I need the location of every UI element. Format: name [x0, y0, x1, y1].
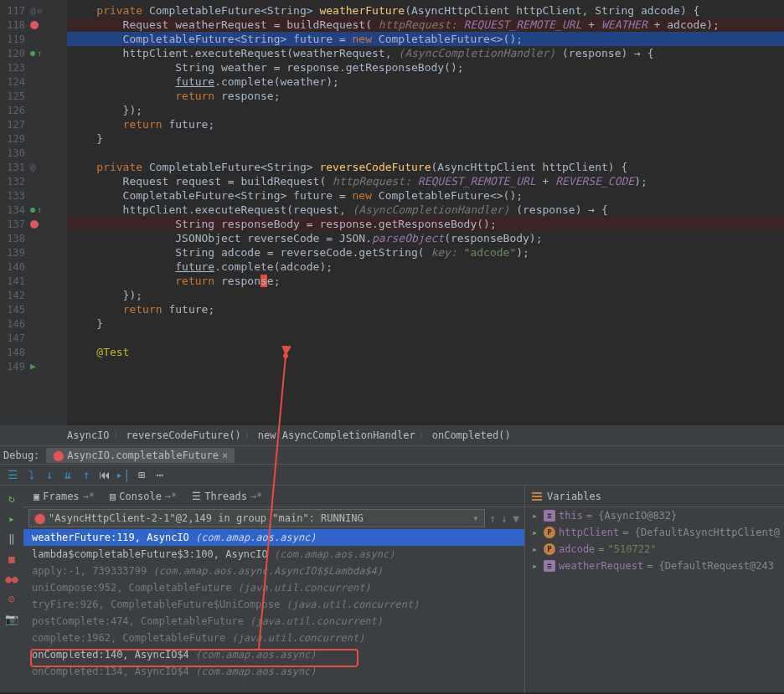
show-exec-point-icon[interactable]: ☰: [5, 467, 20, 482]
breakpoint-icon[interactable]: [30, 21, 39, 29]
override-icon: @: [30, 162, 36, 172]
threads-icon: ☰: [192, 491, 201, 502]
code-line[interactable]: httpClient.executeRequest(request, (Asyn…: [67, 203, 784, 217]
var-type-icon: ≡: [544, 560, 555, 572]
variables-panel: Variables ▸≡ this = {AsyncIO@832}▸P http…: [524, 486, 784, 692]
code-line[interactable]: private CompletableFuture<String> revers…: [67, 160, 784, 174]
stack-frame[interactable]: complete:1962, CompletableFuture (java.u…: [23, 630, 524, 646]
debug-tab[interactable]: ⬤ AsyncIO.completableFuture ×: [46, 448, 235, 463]
variable-row[interactable]: ▸P adcode = "510722": [525, 541, 784, 558]
stack-frame[interactable]: lambda$completableFuture$3:100, AsyncIO …: [23, 546, 524, 563]
resume-icon[interactable]: ▸: [4, 511, 19, 526]
breadcrumb-item[interactable]: reverseCodeFuture(): [126, 429, 241, 441]
code-line[interactable]: @Test: [67, 345, 784, 359]
code-line[interactable]: String weather = response.getResponseBod…: [67, 60, 784, 75]
code-line[interactable]: String responseBody = response.getRespon…: [67, 217, 784, 231]
fold-icon[interactable]: ⊟: [38, 7, 42, 15]
stack-frame[interactable]: weatherFuture:119, AsyncIO (com.amap.aos…: [23, 529, 524, 546]
gutter-dot-icon: [30, 51, 35, 56]
code-line[interactable]: [67, 359, 784, 373]
console-tab[interactable]: ▤Console→*: [103, 488, 183, 505]
var-type-icon: P: [544, 527, 555, 538]
code-line[interactable]: [67, 331, 784, 345]
close-icon[interactable]: ×: [222, 450, 228, 461]
code-line[interactable]: CompletableFuture<String> future = new C…: [67, 32, 784, 46]
breadcrumb-item[interactable]: AsyncIO: [67, 429, 110, 441]
gutter-dot-icon: [30, 208, 35, 213]
step-out-icon[interactable]: ↑: [79, 467, 94, 482]
breadcrumb-item[interactable]: new AsyncCompletionHandler: [258, 429, 415, 441]
camera-icon[interactable]: 📷: [4, 611, 19, 626]
code-line[interactable]: JSONObject reverseCode = JSON.parseObjec…: [67, 231, 784, 245]
more-icon[interactable]: ⋯: [152, 467, 168, 482]
code-line[interactable]: httpClient.executeRequest(weatherRequest…: [67, 46, 784, 60]
gutter-arrow-icon: ↑: [37, 205, 42, 214]
threads-tab[interactable]: ☰Threads→*: [185, 488, 269, 505]
code-line[interactable]: CompletableFuture<String> future = new C…: [67, 188, 784, 203]
code-line[interactable]: Request request = buildRequest( httpRequ…: [67, 174, 784, 188]
stop-icon[interactable]: ■: [4, 551, 19, 566]
variable-row[interactable]: ▸≡ weatherRequest = {DefaultRequest@243: [525, 558, 784, 574]
gutter: 117@⊟118119120↑123124125126127129130131@…: [0, 0, 67, 425]
pause-icon[interactable]: ‖: [4, 531, 19, 546]
force-step-into-icon[interactable]: ⇊: [60, 467, 75, 482]
debug-label: Debug:: [3, 450, 39, 461]
code-line[interactable]: String adcode = reverseCode.getString( k…: [67, 245, 784, 260]
frames-icon: ▣: [34, 491, 39, 502]
code-line[interactable]: return future;: [67, 302, 784, 316]
filter-icon[interactable]: ▼: [513, 512, 519, 525]
thread-selector-row: ⬤ "AsyncHttpClient-2-1"@2,149 in group "…: [23, 507, 524, 529]
view-breakpoints-icon[interactable]: ●●: [4, 571, 19, 586]
bug-icon: ⬤: [53, 450, 64, 461]
chevron-down-icon: ▾: [472, 512, 478, 524]
drop-frame-icon[interactable]: ⏮: [97, 467, 112, 482]
next-frame-icon[interactable]: ↓: [501, 512, 508, 525]
mute-breakpoints-icon[interactable]: ⊘: [4, 591, 19, 606]
frames-tab[interactable]: ▣Frames→*: [27, 488, 101, 505]
variables-icon: [532, 492, 542, 501]
breakpoint-icon[interactable]: [30, 220, 39, 229]
code-line[interactable]: }: [67, 131, 784, 146]
step-over-icon[interactable]: ⤵: [23, 467, 39, 482]
code-line[interactable]: future.complete(adcode);: [67, 260, 784, 274]
run-test-icon[interactable]: ▶: [30, 361, 36, 372]
stack-frame[interactable]: tryFire:926, CompletableFuture$UniCompos…: [23, 596, 524, 613]
code-line[interactable]: future.complete(weather);: [67, 75, 784, 89]
stack-frame[interactable]: onCompleted:134, AsyncIO$4 (com.amap.aos…: [23, 663, 524, 680]
breadcrumb: AsyncIO 〉 reverseCodeFuture() 〉 new Asyn…: [0, 425, 784, 445]
code-line[interactable]: return response;: [67, 89, 784, 103]
breadcrumb-sep: 〉: [113, 429, 123, 443]
debug-toolbar: ☰ ⤵ ↓ ⇊ ↑ ⏮ ▸| ⊞ ⋯: [0, 464, 784, 486]
frames-list[interactable]: weatherFuture:119, AsyncIO (com.amap.aos…: [23, 529, 524, 692]
code-line[interactable]: }: [67, 316, 784, 331]
evaluate-icon[interactable]: ⊞: [134, 467, 149, 482]
code-area[interactable]: private CompletableFuture<String> weathe…: [67, 0, 784, 425]
rerun-icon[interactable]: ↻: [4, 491, 19, 506]
debug-subtabs: ▣Frames→* ▤Console→* ☰Threads→*: [23, 486, 524, 507]
variable-row[interactable]: ▸≡ this = {AsyncIO@832}: [525, 507, 784, 524]
console-icon: ▤: [110, 491, 116, 502]
step-into-icon[interactable]: ↓: [42, 467, 57, 482]
code-line[interactable]: private CompletableFuture<String> weathe…: [67, 3, 784, 18]
code-line[interactable]: });: [67, 288, 784, 302]
code-line[interactable]: });: [67, 103, 784, 117]
code-line[interactable]: [67, 146, 784, 160]
code-line[interactable]: return response;: [67, 274, 784, 288]
variables-list[interactable]: ▸≡ this = {AsyncIO@832}▸P httpClient = {…: [525, 507, 784, 574]
breadcrumb-item[interactable]: onCompleted(): [432, 429, 511, 441]
prev-frame-icon[interactable]: ↑: [490, 512, 497, 525]
debug-tab-label: AsyncIO.completableFuture: [67, 450, 219, 461]
stack-frame[interactable]: postComplete:474, CompletableFuture (jav…: [23, 613, 524, 630]
thread-selector[interactable]: ⬤ "AsyncHttpClient-2-1"@2,149 in group "…: [28, 509, 485, 527]
variables-header: Variables: [525, 486, 784, 507]
override-icon: @: [30, 5, 36, 16]
code-line[interactable]: return future;: [67, 117, 784, 131]
variables-label: Variables: [547, 491, 601, 502]
stack-frame[interactable]: onCompleted:140, AsyncIO$4 (com.amap.aos…: [23, 646, 524, 663]
debug-body: ↻ ▸ ‖ ■ ●● ⊘ 📷 ▣Frames→* ▤Console→* ☰Thr…: [0, 486, 784, 692]
stack-frame[interactable]: apply:-1, 739333799 (com.amap.aos.async.…: [23, 563, 524, 579]
run-to-cursor-icon[interactable]: ▸|: [116, 467, 131, 482]
variable-row[interactable]: ▸P httpClient = {DefaultAsyncHttpClient@: [525, 524, 784, 541]
stack-frame[interactable]: uniCompose:952, CompletableFuture (java.…: [23, 579, 524, 596]
code-line[interactable]: Request weatherRequest = buildRequest( h…: [67, 18, 784, 32]
